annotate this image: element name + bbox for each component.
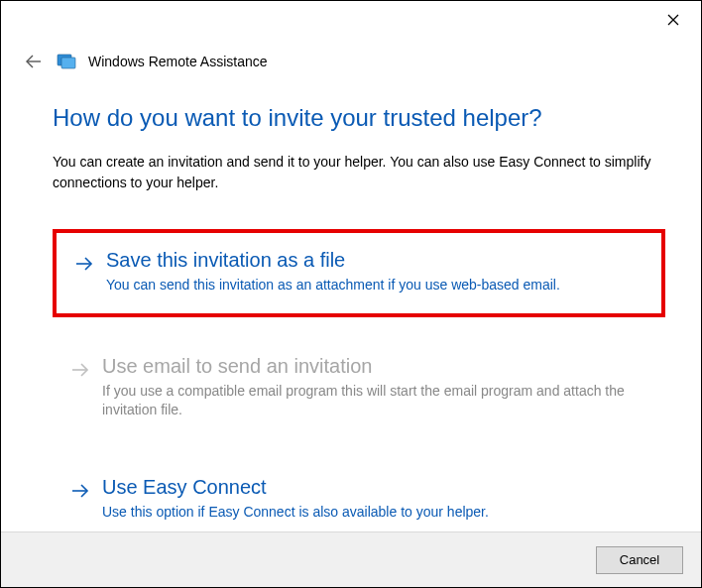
app-title: Windows Remote Assistance — [88, 54, 268, 69]
page-heading: How do you want to invite your trusted h… — [53, 104, 665, 132]
close-icon — [667, 14, 679, 26]
app-icon — [57, 53, 76, 70]
back-button[interactable] — [23, 51, 45, 72]
arrow-right-icon — [70, 357, 90, 383]
content: How do you want to invite your trusted h… — [53, 104, 665, 561]
option-title: Use email to send an invitation — [102, 355, 647, 378]
svg-rect-4 — [61, 58, 75, 68]
cancel-button[interactable]: Cancel — [596, 546, 683, 574]
option-save-file[interactable]: Save this invitation as a file You can s… — [53, 229, 665, 317]
arrow-right-icon — [74, 251, 94, 277]
option-title: Use Easy Connect — [102, 476, 647, 499]
option-title: Save this invitation as a file — [106, 249, 644, 272]
header: Windows Remote Assistance — [23, 51, 679, 72]
arrow-right-icon — [70, 478, 90, 504]
footer: Cancel — [1, 531, 701, 587]
option-email: Use email to send an invitation If you u… — [53, 339, 665, 438]
page-subtext: You can create an invitation and send it… — [53, 152, 665, 193]
option-desc: Use this option if Easy Connect is also … — [102, 503, 647, 523]
option-desc: You can send this invitation as an attac… — [106, 276, 644, 295]
option-desc: If you use a compatible email program th… — [102, 382, 647, 420]
option-easy-connect[interactable]: Use Easy Connect Use this option if Easy… — [53, 460, 665, 540]
close-button[interactable] — [659, 9, 687, 31]
arrow-left-icon — [25, 55, 43, 68]
